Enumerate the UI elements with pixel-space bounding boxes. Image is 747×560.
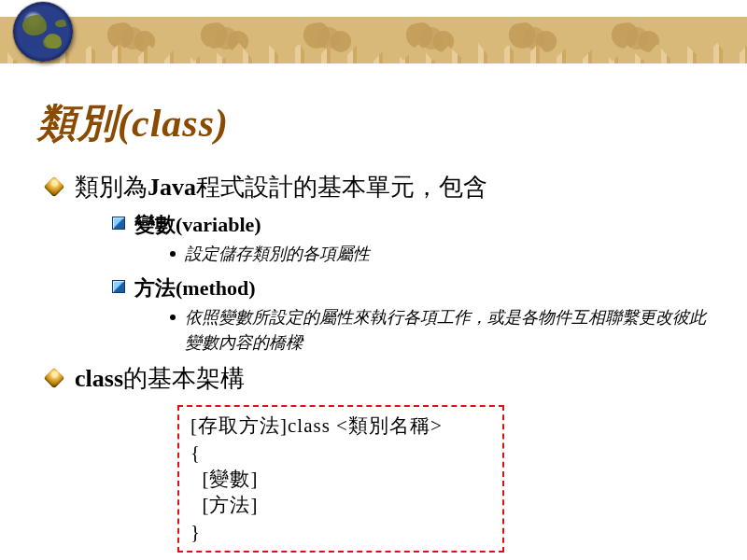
text-segment: 程式設計的基本單元，包含 (196, 174, 487, 201)
bullet-list-level3: 依照變數所設定的屬性來執行各項工作，或是各物件互相聯繫更改彼此變數內容的橋樑 (134, 305, 710, 356)
map-silhouette (103, 22, 162, 54)
bullet-list-level2: 變數(variable) 設定儲存類別的各項屬性 方法(method) 依照變數… (75, 209, 710, 356)
map-silhouette (196, 22, 256, 54)
banner-strip (0, 17, 747, 63)
text-segment: 類別為 (75, 174, 148, 201)
text-cjk: 變數 (134, 213, 176, 236)
bullet3-item: 依照變數所設定的屬性來執行各項工作，或是各物件互相聯繫更改彼此變數內容的橋樑 (168, 305, 710, 356)
text-body: 設定儲存類別的各項屬性 (185, 245, 370, 263)
map-silhouette (504, 22, 564, 54)
code-box-container: [存取方法]class <類別名稱> { [變數] [方法] } (177, 405, 710, 553)
code-syntax-box: [存取方法]class <類別名稱> { [變數] [方法] } (177, 405, 504, 553)
bullet-list-level3: 設定儲存類別的各項屬性 (134, 242, 710, 267)
slide-title: 類別(class) (37, 97, 710, 149)
map-silhouette (299, 22, 359, 54)
bullet2-item: 變數(variable) 設定儲存類別的各項屬性 (112, 209, 710, 267)
bullet2-item: 方法(method) 依照變數所設定的屬性來執行各項工作，或是各物件互相聯繫更改… (112, 273, 710, 356)
square-bullet-icon (112, 280, 125, 293)
map-silhouette (402, 22, 461, 54)
text-latin: class (75, 365, 123, 392)
text-latin: (method) (176, 276, 256, 300)
decorative-banner (0, 0, 747, 63)
title-cjk: 類別 (37, 102, 118, 145)
text-segment: 的基本架構 (123, 365, 245, 392)
square-bullet-icon (112, 217, 125, 230)
diamond-bullet-icon (44, 176, 65, 198)
diamond-bullet-icon (44, 367, 65, 388)
bullet3-item: 設定儲存類別的各項屬性 (168, 242, 710, 267)
globe-icon (13, 2, 73, 62)
map-silhouette (607, 22, 667, 54)
text-latin: Java (148, 174, 196, 201)
bullet1-item: class的基本架構 (43, 361, 710, 397)
slide-content: 類別(class) 類別為Java程式設計的基本單元，包含 變數(variabl… (0, 63, 747, 553)
text-latin: (variable) (176, 213, 261, 236)
bullet-list-level1: 類別為Java程式設計的基本單元，包含 變數(variable) 設定儲存類別的… (43, 170, 710, 396)
title-latin: (class) (118, 102, 229, 145)
text-body: 依照變數所設定的屬性來執行各項工作，或是各物件互相聯繫更改彼此變數內容的橋樑 (185, 308, 706, 352)
bullet1-item: 類別為Java程式設計的基本單元，包含 變數(variable) 設定儲存類別的… (43, 170, 710, 356)
text-cjk: 方法 (134, 276, 176, 300)
